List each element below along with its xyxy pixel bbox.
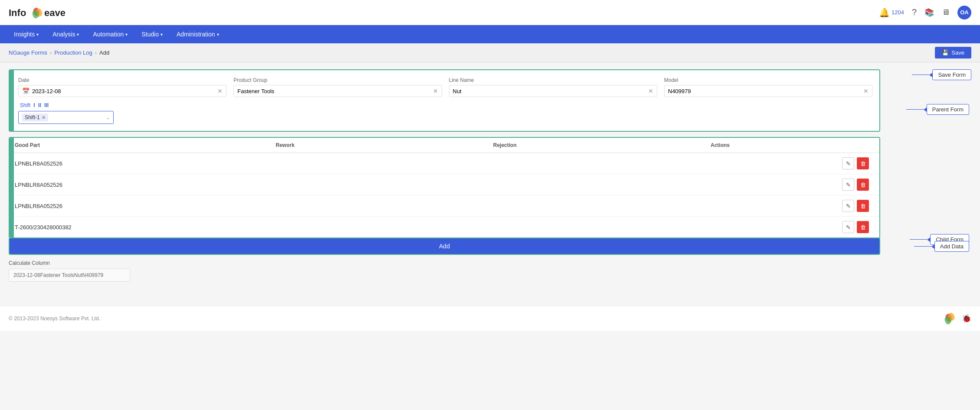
edit-button-row-1[interactable]: ✎ — [842, 157, 854, 169]
shift-select[interactable]: Shift-1 ✕ ⌄ — [18, 111, 114, 124]
model-clear-icon[interactable]: ✕ — [863, 88, 869, 94]
table-header-row: Good Part Rework Rejection Actions — [10, 138, 879, 153]
shift-dropdown-icon: ⌄ — [106, 115, 110, 120]
product-group-field: Product Group ✕ — [233, 77, 442, 97]
calculate-column-label: Calculate Column — [9, 260, 880, 266]
product-group-input[interactable] — [237, 88, 431, 94]
add-button[interactable]: Add — [9, 238, 880, 255]
parent-form: Date 📅 ✕ Product Group ✕ — [9, 69, 880, 132]
row-3-rejection — [488, 195, 705, 217]
date-input[interactable] — [32, 88, 216, 94]
breadcrumb-add: Add — [99, 49, 109, 56]
row-4-actions: ✎ 🗑 — [705, 217, 879, 238]
breadcrumb-production-log[interactable]: Production Log — [54, 49, 92, 56]
line-name-field: Line Name ✕ — [449, 77, 657, 97]
table-row: LPNBLR8A052526 ✎ 🗑 — [10, 174, 879, 195]
shift-hint-iii: III — [44, 102, 49, 108]
shift-tag-remove-icon[interactable]: ✕ — [42, 115, 46, 120]
model-input[interactable] — [668, 88, 862, 94]
notification-badge[interactable]: 🔔 1204 — [879, 7, 904, 18]
footer-bug-icon: 🐞 — [962, 314, 971, 323]
table-row: LPNBLR8A052526 ✎ 🗑 — [10, 195, 879, 217]
user-avatar[interactable]: OA — [957, 6, 971, 20]
child-table: Good Part Rework Rejection Actions LPNBL… — [10, 138, 879, 238]
date-input-wrapper: 📅 ✕ — [18, 85, 226, 97]
delete-button-row-4[interactable]: 🗑 — [857, 221, 869, 233]
main-content: Save Form Date 📅 ✕ Product Group — [0, 62, 980, 289]
row-4-rejection — [488, 217, 705, 238]
model-field: Model ✕ — [664, 77, 872, 97]
date-field: Date 📅 ✕ — [18, 77, 226, 97]
model-input-wrapper: ✕ — [664, 85, 872, 97]
svg-text:Info: Info — [9, 7, 26, 18]
breadcrumb-ngauge-forms[interactable]: NGauge Forms — [9, 49, 47, 56]
top-header: Info eave 🔔 1204 ? 📚 🖥 OA — [0, 0, 980, 25]
calculate-section: Calculate Column 2023-12-08Fastener Tool… — [9, 260, 880, 282]
shift-hint-i: I — [33, 102, 35, 108]
line-name-input[interactable] — [453, 88, 646, 94]
col-header-rework: Rework — [271, 138, 488, 153]
row-1-rework — [271, 153, 488, 174]
delete-button-row-3[interactable]: 🗑 — [857, 200, 869, 212]
table-row: LPNBLR8A052526 ✎ 🗑 — [10, 153, 879, 174]
row-2-rejection — [488, 174, 705, 195]
administration-arrow-icon: ▾ — [217, 32, 219, 37]
shift-label-row: Shift I II III — [18, 102, 872, 108]
row-1-rejection — [488, 153, 705, 174]
col-header-rejection: Rejection — [488, 138, 705, 153]
footer-copyright: © 2013-2023 Noesys Software Pvt. Ltd. — [9, 316, 100, 322]
save-icon: 💾 — [942, 49, 949, 56]
child-form: Good Part Rework Rejection Actions LPNBL… — [9, 137, 880, 238]
save-button[interactable]: 💾 Save — [935, 47, 971, 59]
delete-button-row-2[interactable]: 🗑 — [857, 179, 869, 191]
parent-form-annotation: Parent Form — [906, 104, 969, 115]
row-3-actions: ✎ 🗑 — [705, 195, 879, 217]
col-header-good-part: Good Part — [10, 138, 271, 153]
forms-area: Date 📅 ✕ Product Group ✕ — [9, 69, 880, 282]
edit-button-row-4[interactable]: ✎ — [842, 221, 854, 233]
product-group-clear-icon[interactable]: ✕ — [433, 88, 438, 94]
notification-count: 1204 — [892, 9, 904, 16]
date-clear-icon[interactable]: ✕ — [217, 88, 223, 94]
breadcrumb-sep-2: › — [95, 49, 97, 56]
row-4-rework — [271, 217, 488, 238]
add-button-container: Add Add Data — [9, 238, 880, 255]
edit-button-row-3[interactable]: ✎ — [842, 200, 854, 212]
calculate-column-value: 2023-12-08Fastener ToolsNutN409979 — [9, 269, 130, 282]
nav-item-studio[interactable]: Studio ▾ — [134, 25, 170, 43]
row-1-actions: ✎ 🗑 — [705, 153, 879, 174]
nav-item-analysis[interactable]: Analysis ▾ — [46, 25, 86, 43]
row-4-good-part: T-2600/230428000382 — [10, 217, 271, 238]
row-1-good-part: LPNBLR8A052526 — [10, 153, 271, 174]
row-2-good-part: LPNBLR8A052526 — [10, 174, 271, 195]
help-icon[interactable]: ? — [912, 7, 917, 17]
child-table-body: LPNBLR8A052526 ✎ 🗑 LPNBLR8A052526 — [10, 153, 879, 238]
save-form-annotation: Save Form — [912, 69, 971, 80]
parent-form-top-row: Date 📅 ✕ Product Group ✕ — [18, 77, 872, 97]
table-row: T-2600/230428000382 ✎ 🗑 — [10, 217, 879, 238]
line-name-clear-icon[interactable]: ✕ — [648, 88, 653, 94]
shift-tag: Shift-1 ✕ — [22, 114, 48, 121]
row-3-rework — [271, 195, 488, 217]
nav-item-administration[interactable]: Administration ▾ — [170, 25, 226, 43]
model-label: Model — [664, 77, 872, 83]
add-data-annotation: Add Data — [914, 241, 969, 252]
books-icon[interactable]: 📚 — [924, 8, 934, 17]
delete-button-row-1[interactable]: 🗑 — [857, 157, 869, 169]
line-name-input-wrapper: ✕ — [449, 85, 657, 97]
nav-item-insights[interactable]: Insights ▾ — [7, 25, 46, 43]
product-group-label: Product Group — [233, 77, 442, 83]
save-form-label: Save Form — [932, 69, 971, 80]
monitor-icon[interactable]: 🖥 — [942, 8, 950, 17]
child-table-header: Good Part Rework Rejection Actions — [10, 138, 879, 153]
nav-item-automation[interactable]: Automation ▾ — [86, 25, 134, 43]
edit-button-row-2[interactable]: ✎ — [842, 179, 854, 191]
date-label: Date — [18, 77, 226, 83]
studio-arrow-icon: ▾ — [161, 32, 163, 37]
row-2-actions: ✎ 🗑 — [705, 174, 879, 195]
breadcrumb-sep-1: › — [50, 49, 52, 56]
col-header-actions: Actions — [705, 138, 879, 153]
header-right: 🔔 1204 ? 📚 🖥 OA — [879, 6, 971, 20]
shift-hint-ii: II — [38, 102, 41, 108]
parent-form-accent — [10, 70, 14, 131]
